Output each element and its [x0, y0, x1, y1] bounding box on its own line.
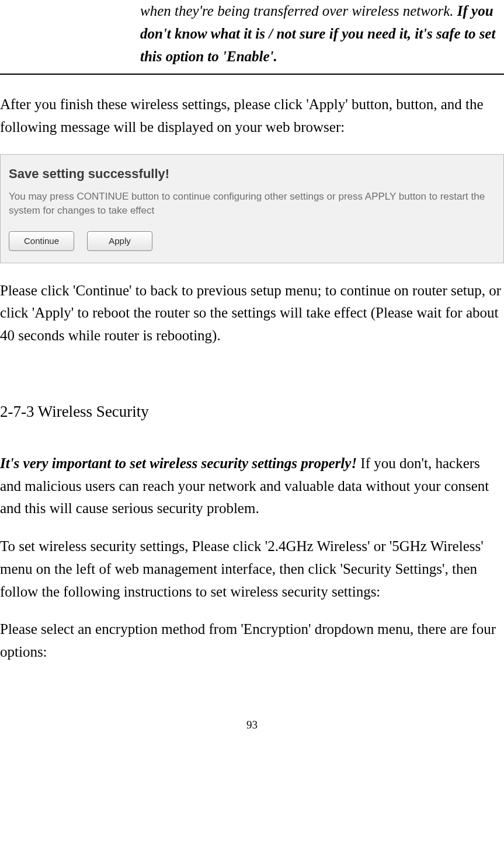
dialog-title: Save setting successfully! — [9, 161, 495, 190]
security-lead-bold: It's very important to set wireless secu… — [0, 455, 357, 471]
page-number: 93 — [0, 716, 504, 733]
paragraph-security: It's very important to set wireless secu… — [0, 452, 504, 520]
paragraph-continue: Please click 'Continue' to back to previ… — [0, 280, 504, 347]
apply-button[interactable]: Apply — [87, 231, 152, 250]
section-heading: 2-7-3 Wireless Security — [0, 400, 504, 424]
table-bottom-border — [0, 74, 504, 75]
cell-text-normal: when they're being transferred over wire… — [140, 3, 457, 19]
continue-button[interactable]: Continue — [9, 231, 74, 250]
paragraph-instructions: To set wireless security settings, Pleas… — [0, 535, 504, 603]
save-success-dialog: Save setting successfully! You may press… — [0, 154, 504, 263]
paragraph-encryption: Please select an encryption method from … — [0, 618, 504, 664]
table-cell-text: when they're being transferred over wire… — [0, 0, 504, 71]
paragraph-apply: After you finish these wireless settings… — [0, 93, 504, 139]
dialog-message: You may press CONTINUE button to continu… — [9, 190, 495, 232]
